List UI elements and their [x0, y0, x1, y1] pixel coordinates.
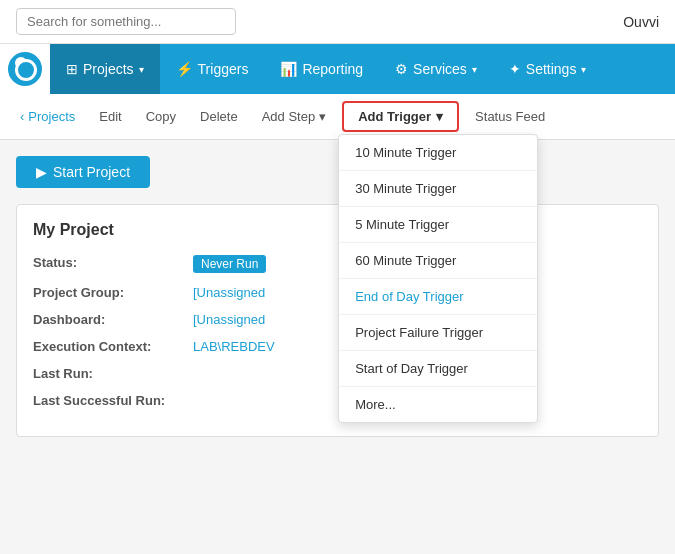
- chevron-down-icon: ▾: [139, 64, 144, 75]
- trigger-item-60min[interactable]: 60 Minute Trigger: [339, 243, 537, 279]
- dashboard-label: Dashboard:: [33, 312, 193, 327]
- dashboard-value: [Unassigned: [193, 312, 265, 327]
- group-label: Project Group:: [33, 285, 193, 300]
- trigger-item-failure[interactable]: Project Failure Trigger: [339, 315, 537, 351]
- lastsuccessful-label: Last Successful Run:: [33, 393, 193, 408]
- start-project-button[interactable]: ▶ Start Project: [16, 156, 150, 188]
- back-label: Projects: [28, 109, 75, 124]
- trigger-item-5min[interactable]: 5 Minute Trigger: [339, 207, 537, 243]
- username-display: Ouvvi: [623, 14, 659, 30]
- add-trigger-dropdown: 10 Minute Trigger 30 Minute Trigger 5 Mi…: [338, 134, 538, 423]
- trigger-item-sod[interactable]: Start of Day Trigger: [339, 351, 537, 387]
- nav-item-projects[interactable]: ⊞ Projects ▾: [50, 44, 160, 94]
- add-trigger-label: Add Trigger: [358, 109, 431, 124]
- top-bar: Ouvvi: [0, 0, 675, 44]
- search-input[interactable]: [16, 8, 236, 35]
- sub-nav: ‹ Projects Edit Copy Delete Add Step ▾ A…: [0, 94, 675, 140]
- chevron-down-icon-3: ▾: [581, 64, 586, 75]
- projects-icon: ⊞: [66, 61, 78, 77]
- nav-item-settings[interactable]: ✦ Settings ▾: [493, 44, 603, 94]
- add-step-button[interactable]: Add Step ▾: [250, 94, 339, 139]
- copy-label: Copy: [146, 109, 176, 124]
- copy-button[interactable]: Copy: [134, 94, 188, 139]
- nav-item-services[interactable]: ⚙ Services ▾: [379, 44, 493, 94]
- nav-label-settings: Settings: [526, 61, 577, 77]
- services-icon: ⚙: [395, 61, 408, 77]
- nav-label-triggers: Triggers: [198, 61, 249, 77]
- start-project-label: Start Project: [53, 164, 130, 180]
- chevron-down-icon-4: ▾: [319, 109, 326, 124]
- chevron-down-icon-5: ▾: [436, 109, 443, 124]
- app-logo[interactable]: [0, 44, 50, 94]
- trigger-item-eod[interactable]: End of Day Trigger: [339, 279, 537, 315]
- nav-label-projects: Projects: [83, 61, 134, 77]
- reporting-icon: 📊: [280, 61, 297, 77]
- status-feed-button[interactable]: Status Feed: [463, 94, 557, 139]
- nav-items: ⊞ Projects ▾ ⚡ Triggers 📊 Reporting ⚙ Se…: [50, 44, 602, 94]
- trigger-item-more[interactable]: More...: [339, 387, 537, 422]
- nav-label-reporting: Reporting: [302, 61, 363, 77]
- edit-button[interactable]: Edit: [87, 94, 133, 139]
- add-trigger-container: Add Trigger ▾ 10 Minute Trigger 30 Minut…: [338, 101, 463, 132]
- settings-icon: ✦: [509, 61, 521, 77]
- delete-label: Delete: [200, 109, 238, 124]
- trigger-item-10min[interactable]: 10 Minute Trigger: [339, 135, 537, 171]
- add-step-label: Add Step: [262, 109, 316, 124]
- group-value: [Unassigned: [193, 285, 265, 300]
- edit-label: Edit: [99, 109, 121, 124]
- trigger-item-30min[interactable]: 30 Minute Trigger: [339, 171, 537, 207]
- status-badge: Never Run: [193, 255, 266, 273]
- execution-label: Execution Context:: [33, 339, 193, 354]
- back-to-projects[interactable]: ‹ Projects: [8, 94, 87, 139]
- delete-button[interactable]: Delete: [188, 94, 250, 139]
- triggers-icon: ⚡: [176, 61, 193, 77]
- main-nav: ⊞ Projects ▾ ⚡ Triggers 📊 Reporting ⚙ Se…: [0, 44, 675, 94]
- back-arrow-icon: ‹: [20, 109, 24, 124]
- chevron-down-icon-2: ▾: [472, 64, 477, 75]
- execution-value: LAB\REBDEV: [193, 339, 275, 354]
- nav-item-triggers[interactable]: ⚡ Triggers: [160, 44, 265, 94]
- nav-item-reporting[interactable]: 📊 Reporting: [264, 44, 379, 94]
- play-icon: ▶: [36, 164, 47, 180]
- status-feed-label: Status Feed: [475, 109, 545, 124]
- lastrun-label: Last Run:: [33, 366, 193, 381]
- add-trigger-button[interactable]: Add Trigger ▾: [342, 101, 459, 132]
- status-label: Status:: [33, 255, 193, 270]
- nav-label-services: Services: [413, 61, 467, 77]
